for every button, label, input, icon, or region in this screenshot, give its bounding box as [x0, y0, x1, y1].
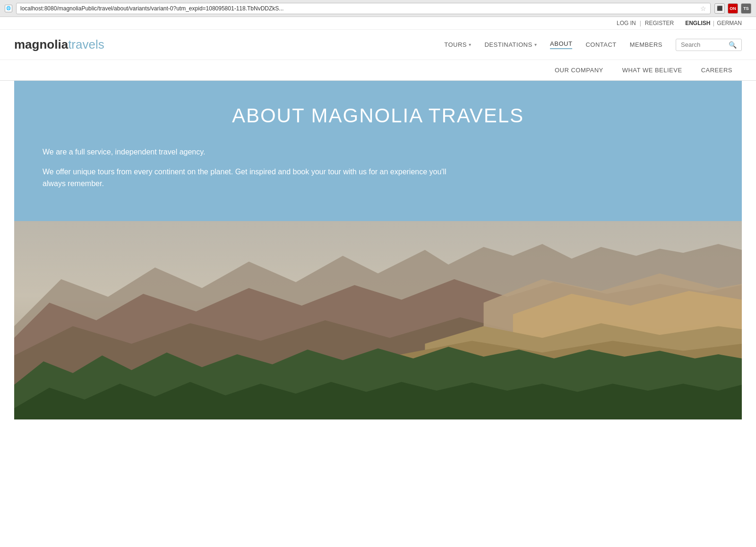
search-box[interactable]: 🔍 [676, 39, 742, 51]
logo-travels: travels [68, 37, 104, 51]
url-text: localhost:8080/magnoliaPublic/travel/abo… [20, 5, 697, 12]
nav-destinations[interactable]: DESTINATIONS ▾ [484, 41, 537, 48]
sub-nav-our-company[interactable]: OUR COMPANY [545, 60, 613, 80]
browser-toolbar-icons: ⬛ ON TS [714, 3, 751, 14]
tab-icon: 🌐 [5, 5, 12, 12]
util-sep1: | [640, 20, 641, 26]
nav-destinations-label: DESTINATIONS [484, 41, 532, 48]
nav-members-label: MEMBERS [630, 41, 662, 48]
nav-tours[interactable]: TOURS ▾ [444, 41, 471, 48]
cast-icon[interactable]: ⬛ [714, 3, 725, 14]
address-bar[interactable]: localhost:8080/magnoliaPublic/travel/abo… [16, 3, 711, 14]
main-header: magnoliatravels TOURS ▾ DESTINATIONS ▾ A… [0, 30, 756, 60]
nav-tours-label: TOURS [444, 41, 467, 48]
hero-text: We are a full service, independent trave… [43, 146, 468, 190]
nav-about[interactable]: ABOUT [550, 40, 572, 49]
on-icon[interactable]: ON [728, 3, 738, 14]
lang-english[interactable]: ENGLISH [685, 20, 710, 26]
lang-sep: | [713, 20, 714, 26]
lang-german[interactable]: GERMAN [717, 20, 742, 26]
nav-contact[interactable]: CONTACT [585, 41, 616, 48]
search-input[interactable] [681, 41, 726, 48]
sub-nav-careers[interactable]: CAREERS [692, 60, 742, 80]
nav-members[interactable]: MEMBERS [630, 41, 662, 48]
register-link[interactable]: REGISTER [645, 20, 674, 26]
destinations-chevron-icon: ▾ [534, 42, 537, 47]
utility-bar: LOG IN | REGISTER ENGLISH | GERMAN [0, 17, 756, 30]
hero-title: ABOUT MAGNOLIA TRAVELS [43, 104, 713, 127]
landscape-image [14, 221, 742, 419]
bookmark-icon[interactable]: ☆ [700, 5, 706, 12]
tours-chevron-icon: ▾ [469, 42, 472, 47]
lang-section: ENGLISH | GERMAN [685, 20, 742, 26]
search-icon[interactable]: 🔍 [729, 41, 737, 49]
login-link[interactable]: LOG IN [617, 20, 636, 26]
nav-about-label: ABOUT [550, 40, 572, 47]
hero-paragraph2: We offer unique tours from every contine… [43, 166, 468, 190]
nav-contact-label: CONTACT [585, 41, 616, 48]
ts-icon[interactable]: TS [741, 3, 751, 14]
logo[interactable]: magnoliatravels [14, 37, 104, 52]
landscape-svg [14, 221, 742, 419]
browser-chrome: 🌐 localhost:8080/magnoliaPublic/travel/a… [0, 0, 756, 17]
sub-nav-what-we-believe[interactable]: WHAT WE BELIEVE [613, 60, 692, 80]
hero-section: ABOUT MAGNOLIA TRAVELS We are a full ser… [14, 81, 742, 221]
logo-magnolia: magnolia [14, 37, 68, 51]
main-nav: TOURS ▾ DESTINATIONS ▾ ABOUT CONTACT MEM… [444, 39, 742, 51]
hero-paragraph1: We are a full service, independent trave… [43, 146, 468, 158]
sub-nav: OUR COMPANY WHAT WE BELIEVE CAREERS [0, 60, 756, 81]
